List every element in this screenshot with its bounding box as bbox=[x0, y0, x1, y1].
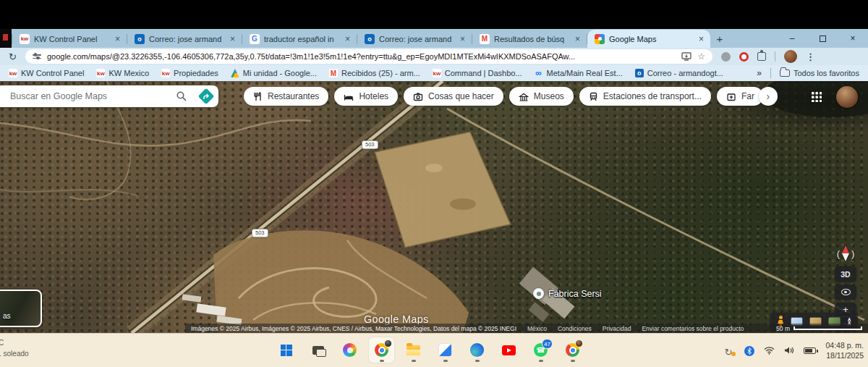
sync-onedrive-icon[interactable] bbox=[724, 345, 735, 356]
battery-icon[interactable] bbox=[804, 347, 816, 354]
minimize-button[interactable]: – bbox=[777, 29, 807, 48]
search-icon[interactable] bbox=[169, 85, 194, 107]
bookmark-command[interactable]: kw Command | Dashbo... bbox=[433, 69, 522, 77]
restore-icon bbox=[820, 35, 826, 42]
copilot-button[interactable] bbox=[337, 337, 362, 363]
bookmarks-overflow-icon[interactable]: » bbox=[757, 68, 762, 78]
tab-close-icon[interactable]: × bbox=[697, 34, 705, 44]
chip-estaciones-transporte[interactable]: Estaciones de transport... bbox=[579, 87, 711, 106]
restaurant-icon bbox=[253, 92, 263, 101]
map-scale: 50 m bbox=[776, 325, 862, 332]
3d-toggle-button[interactable]: 3D bbox=[835, 266, 856, 282]
youtube-button[interactable] bbox=[496, 337, 522, 363]
new-tab-button[interactable]: + bbox=[710, 30, 729, 48]
all-favorites-button[interactable]: Todos los favoritos bbox=[780, 69, 859, 77]
chip-hoteles[interactable]: Hoteles bbox=[334, 87, 398, 106]
pharmacy-icon bbox=[726, 92, 736, 101]
chip-farmacias[interactable]: Far bbox=[717, 87, 763, 106]
photos-app-button[interactable] bbox=[433, 337, 458, 363]
chip-restaurantes[interactable]: Restaurantes bbox=[244, 87, 328, 106]
file-explorer-button[interactable] bbox=[401, 337, 426, 363]
bookmark-mi-unidad[interactable]: Mi unidad - Google... bbox=[231, 69, 317, 77]
whatsapp-button[interactable]: ☎ 47 bbox=[528, 337, 553, 363]
bookmark-kw-control-panel[interactable]: kw KW Control Panel bbox=[9, 69, 84, 77]
bookmark-correo[interactable]: o Correo - armandogt... bbox=[635, 69, 723, 77]
link-enviar-comentarios[interactable]: Enviar comentarios sobre el producto bbox=[642, 325, 744, 332]
taskbar-clock[interactable]: 04:48 p. m. 18/11/2025 bbox=[825, 341, 864, 360]
bookmark-star-icon[interactable]: ☆ bbox=[697, 51, 705, 62]
browser-toolbar: ↻ google.com/maps/@23.3226355,-106.46053… bbox=[0, 48, 868, 65]
bookmark-propiedades[interactable]: kw Propiedades bbox=[161, 69, 218, 77]
task-view-button[interactable] bbox=[305, 337, 331, 363]
bookmark-meta[interactable]: ∞ Meta/Main Real Est... bbox=[535, 69, 623, 77]
tab-label: KW Control Panel bbox=[34, 35, 109, 43]
bookmark-label: Correo - armandogt... bbox=[647, 69, 723, 77]
bookmark-recibidos[interactable]: M Recibidos (25) - arm... bbox=[329, 69, 420, 77]
link-condiciones[interactable]: Condiciones bbox=[558, 325, 592, 332]
chip-museos[interactable]: Museos bbox=[509, 87, 574, 106]
link-mexico[interactable]: México bbox=[527, 325, 547, 332]
tab-label: Correo: jose armand bbox=[379, 35, 454, 43]
link-privacidad[interactable]: Privacidad bbox=[603, 325, 631, 332]
extensions-puzzle-icon[interactable] bbox=[757, 52, 766, 61]
account-avatar[interactable] bbox=[836, 86, 858, 108]
screen: kw KW Control Panel × o Correo: jose arm… bbox=[0, 0, 868, 367]
drive-favicon bbox=[231, 69, 239, 77]
search-input[interactable] bbox=[9, 90, 169, 102]
category-chips: Restaurantes Hoteles Cosas que hacer Mus… bbox=[244, 87, 778, 106]
rotate-right-icon[interactable]: ) bbox=[851, 248, 854, 259]
tab-close-icon[interactable]: × bbox=[229, 34, 237, 44]
extension-icon[interactable] bbox=[721, 52, 731, 62]
chips-scroll-right-button[interactable]: › bbox=[759, 87, 778, 106]
tab-close-icon[interactable]: × bbox=[459, 34, 467, 44]
bookmark-label: Propiedades bbox=[174, 69, 218, 77]
chip-label: Cosas que hacer bbox=[428, 91, 494, 101]
tab-close-icon[interactable]: × bbox=[574, 34, 582, 44]
volume-icon[interactable] bbox=[784, 345, 794, 358]
tab-correo-2[interactable]: o Correo: jose armand × bbox=[357, 30, 472, 48]
museum-icon bbox=[519, 92, 529, 101]
clock-time: 04:48 p. m. bbox=[825, 341, 864, 351]
directions-button[interactable] bbox=[194, 85, 218, 107]
tab-close-icon[interactable]: × bbox=[114, 34, 122, 44]
weather-widget[interactable]: °C c. soleado bbox=[0, 337, 29, 359]
profile-avatar[interactable] bbox=[784, 50, 797, 63]
road-shield-503: 503 bbox=[252, 229, 268, 237]
streetview-eye-button[interactable] bbox=[835, 284, 856, 300]
map-canvas[interactable]: Restaurantes Hoteles Cosas que hacer Mus… bbox=[0, 81, 868, 333]
tab-traductor[interactable]: G traductor español in × bbox=[242, 30, 357, 48]
bluetooth-icon[interactable] bbox=[744, 346, 754, 356]
kw-favicon: kw bbox=[161, 69, 170, 77]
maps-search-box[interactable] bbox=[0, 85, 218, 107]
reload-button[interactable]: ↻ bbox=[9, 51, 17, 62]
tab-correo-1[interactable]: o Correo: jose armand × bbox=[127, 30, 242, 48]
close-window-button[interactable]: × bbox=[838, 29, 868, 48]
bookmark-kw-mexico[interactable]: kw KW Mexico bbox=[96, 69, 149, 77]
send-to-device-icon[interactable] bbox=[681, 52, 692, 61]
google-apps-grid-icon[interactable] bbox=[811, 91, 822, 102]
scale-label: 50 m bbox=[776, 325, 790, 332]
chip-cosas-que-hacer[interactable]: Cosas que hacer bbox=[404, 87, 503, 106]
edge-button[interactable] bbox=[464, 337, 490, 363]
wifi-icon[interactable] bbox=[764, 345, 775, 358]
compass-control[interactable]: ( ) bbox=[835, 242, 856, 265]
site-settings-icon[interactable] bbox=[33, 54, 41, 59]
layers-widget[interactable]: as bbox=[0, 290, 42, 327]
start-button[interactable] bbox=[273, 337, 299, 363]
extension-red-icon[interactable] bbox=[739, 52, 749, 62]
gmail-favicon: M bbox=[480, 34, 490, 44]
tab-kw-control-panel[interactable]: kw KW Control Panel × bbox=[12, 30, 127, 48]
system-tray: 04:48 p. m. 18/11/2025 bbox=[724, 334, 864, 367]
browser-menu-icon[interactable]: ⋮ bbox=[806, 51, 815, 62]
poi-fabrica-sersi[interactable]: Fábrica Sersi bbox=[533, 288, 602, 299]
address-bar[interactable]: google.com/maps/@23.3226355,-106.4605306… bbox=[25, 49, 712, 64]
tab-close-icon[interactable]: × bbox=[344, 34, 352, 44]
rotate-left-icon[interactable]: ( bbox=[837, 248, 840, 259]
chrome-taskbar-2[interactable] bbox=[560, 337, 585, 363]
restore-button[interactable] bbox=[807, 29, 838, 48]
tab-google-maps-active[interactable]: Google Maps × bbox=[587, 30, 710, 48]
tab-resultados[interactable]: M Resultados de búsq × bbox=[472, 30, 587, 48]
url-text[interactable]: google.com/maps/@23.3226355,-106.4605306… bbox=[47, 52, 676, 61]
chrome-taskbar-active[interactable] bbox=[369, 337, 394, 363]
clock-date: 18/11/2025 bbox=[825, 351, 864, 361]
